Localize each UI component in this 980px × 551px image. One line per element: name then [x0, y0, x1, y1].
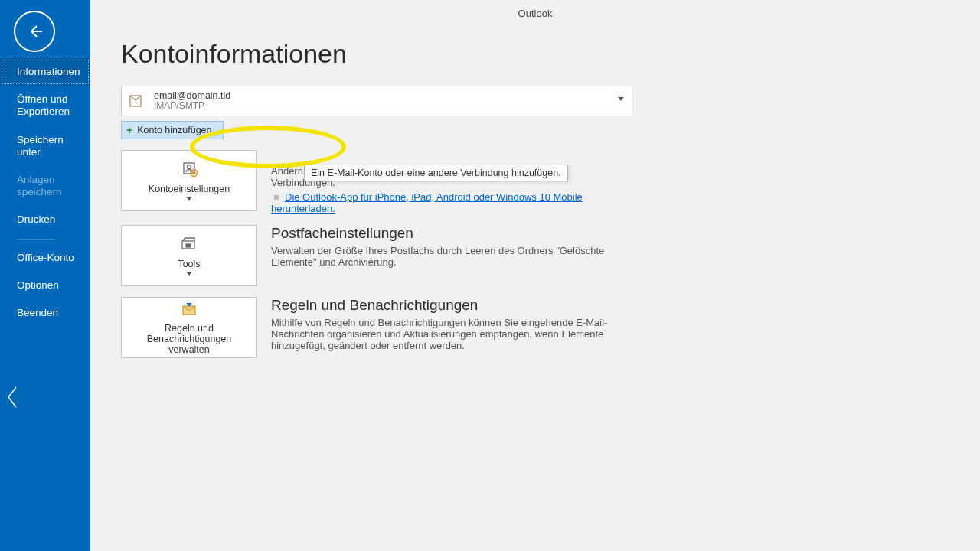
add-account-label: Konto hinzufügen	[137, 125, 211, 135]
page-title: Kontoinformationen	[121, 39, 949, 69]
mailbox-settings-desc: Verwalten der Größe Ihres Postfachs durc…	[271, 245, 623, 268]
plus-icon: +	[126, 125, 132, 135]
collapse-chevron-icon[interactable]	[5, 384, 21, 413]
rules-desc: Mithilfe von Regeln und Benachrichtigung…	[271, 317, 623, 351]
account-settings-card[interactable]: Kontoeinstellungen	[121, 150, 257, 211]
nav-anlagen-speichern: Anlagen speichern	[0, 166, 90, 206]
account-type: IMAP/SMTP	[154, 101, 230, 112]
mailbox-settings-title: Postfacheinstellungen	[271, 225, 623, 242]
nav-optionen[interactable]: Optionen	[0, 272, 90, 299]
svg-rect-5	[186, 244, 191, 247]
tools-card[interactable]: Tools	[121, 225, 257, 286]
backstage-nav: Informationen Öffnen und Exportieren Spe…	[0, 58, 90, 327]
nav-office-konto[interactable]: Office-Konto	[0, 244, 90, 272]
chevron-down-icon	[186, 272, 192, 276]
rules-label: Regeln und Benachrichtigungen verwalten	[122, 323, 256, 355]
back-button[interactable]	[14, 11, 55, 52]
account-settings-icon	[179, 161, 199, 181]
account-selector[interactable]: email@domain.tld IMAP/SMTP	[121, 86, 632, 116]
back-arrow-icon	[25, 22, 44, 41]
add-account-tooltip: Ein E-Mail-Konto oder eine andere Verbin…	[304, 165, 568, 181]
mailbox-icon	[128, 93, 145, 109]
chevron-down-icon	[186, 197, 192, 201]
backstage-sidebar: Informationen Öffnen und Exportieren Spe…	[0, 0, 90, 551]
account-settings-label: Kontoeinstellungen	[149, 184, 230, 194]
chevron-down-icon	[618, 97, 624, 101]
svg-point-2	[188, 165, 191, 168]
rules-title: Regeln und Benachrichtigungen	[271, 297, 623, 314]
rules-icon	[179, 301, 199, 320]
main-content: Outlook Kontoinformationen email@domain.…	[90, 0, 980, 551]
tools-label: Tools	[178, 259, 200, 269]
nav-separator	[17, 239, 55, 240]
add-account-button[interactable]: + Konto hinzufügen	[121, 121, 224, 139]
nav-informationen[interactable]: Informationen	[0, 58, 90, 86]
nav-beenden[interactable]: Beenden	[0, 299, 90, 327]
tools-icon	[179, 236, 199, 256]
rules-card[interactable]: Regeln und Benachrichtigungen verwalten	[121, 297, 257, 358]
nav-speichern-unter[interactable]: Speichern unter	[0, 126, 90, 166]
outlook-app-link[interactable]: Die Outlook-App für iPhone, iPad, Androi…	[271, 191, 583, 214]
bullet-icon	[274, 195, 279, 200]
nav-oeffnen-exportieren[interactable]: Öffnen und Exportieren	[0, 86, 90, 126]
nav-drucken[interactable]: Drucken	[0, 206, 90, 233]
account-email: email@domain.tld	[154, 90, 230, 101]
app-title: Outlook	[121, 8, 949, 19]
